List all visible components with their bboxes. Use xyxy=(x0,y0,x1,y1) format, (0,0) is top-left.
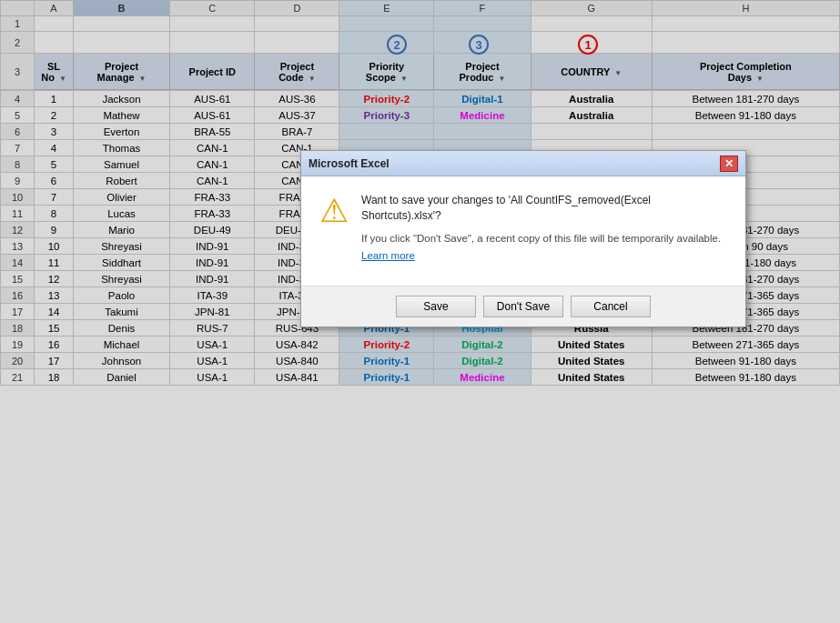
dialog-footer: Save Don't Save Cancel xyxy=(301,286,745,327)
dialog-sub-text: If you click "Don't Save", a recent copy… xyxy=(361,231,727,246)
dialog-learn-more-link[interactable]: Learn more xyxy=(361,250,415,261)
dialog-titlebar: Microsoft Excel ✕ xyxy=(301,151,745,176)
dialog-content-area: ⚠ Want to save your changes to 'All Coun… xyxy=(319,193,727,262)
dialog-close-button[interactable]: ✕ xyxy=(720,156,738,172)
excel-dialog: Microsoft Excel ✕ ⚠ Want to save your ch… xyxy=(300,150,746,327)
cancel-button[interactable]: Cancel xyxy=(571,296,651,317)
warning-icon: ⚠ xyxy=(319,195,349,227)
dont-save-button[interactable]: Don't Save xyxy=(483,296,563,317)
dialog-main-question: Want to save your changes to 'All CountI… xyxy=(361,193,727,224)
dialog-text-area: Want to save your changes to 'All CountI… xyxy=(361,193,727,262)
dialog-title: Microsoft Excel xyxy=(309,157,390,170)
dialog-body: ⚠ Want to save your changes to 'All Coun… xyxy=(301,176,745,286)
save-button[interactable]: Save xyxy=(396,296,476,317)
